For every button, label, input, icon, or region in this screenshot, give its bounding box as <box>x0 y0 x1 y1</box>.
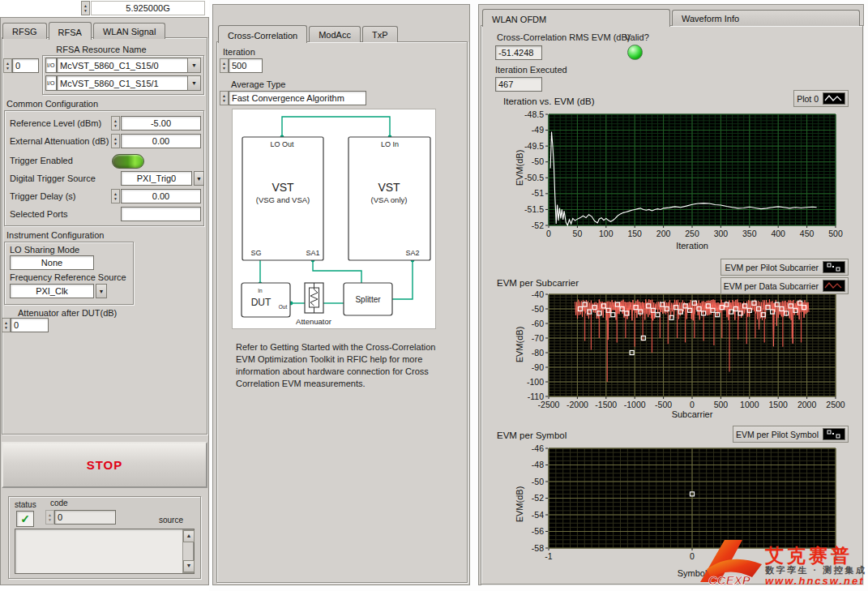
svg-text:0: 0 <box>546 229 551 238</box>
legend-plot0[interactable]: Plot 0 <box>793 90 849 107</box>
svg-text:-49.5: -49.5 <box>524 141 544 151</box>
svg-text:-48: -48 <box>532 460 544 469</box>
valid-label: Valid? <box>625 32 649 42</box>
dut-in-label: In <box>258 288 263 293</box>
status-label: status <box>15 500 36 509</box>
graph2-xlabel: Subcarrier <box>549 409 836 419</box>
lo-sharing-mode-field[interactable]: None <box>10 255 94 270</box>
resource-combo-0-dropdown[interactable]: ▼ <box>187 58 201 73</box>
tab-wlan-signal[interactable]: WLAN Signal <box>93 23 165 39</box>
iteration-field[interactable]: 500 <box>229 58 263 73</box>
results-panel: WLAN OFDMWaveform Info Cross-Correlation… <box>478 4 864 585</box>
svg-text:-50: -50 <box>532 477 544 486</box>
frequency-spinner[interactable]: ▲▼ <box>81 1 90 15</box>
tab-wlan-ofdm[interactable]: WLAN OFDM <box>482 9 670 27</box>
tab-waveform-info[interactable]: Waveform Info <box>672 10 860 26</box>
stop-button[interactable]: STOP <box>2 442 207 488</box>
ccexp-logo-mark: CCEXP <box>695 537 763 587</box>
legend-pilot-subcarrier[interactable]: EVM per Pilot Subcarrier <box>720 259 849 276</box>
resource-index-spinner[interactable]: ▲▼ <box>3 58 12 73</box>
svg-text:-1500: -1500 <box>595 400 617 409</box>
code-spinner[interactable]: ▲▼ <box>45 510 54 525</box>
svg-text:500: 500 <box>828 229 843 238</box>
digital-trigger-source-field[interactable]: PXI_Trig0 <box>121 171 192 186</box>
trigger-enabled-toggle[interactable] <box>112 154 144 169</box>
svg-text:-110: -110 <box>528 392 544 401</box>
svg-text:2500: 2500 <box>826 400 845 409</box>
svg-text:250: 250 <box>685 229 699 238</box>
svg-text:-51: -51 <box>532 188 544 198</box>
io-icon: I/O <box>45 75 57 91</box>
tab-modacc[interactable]: ModAcc <box>309 26 361 42</box>
valid-led <box>627 45 643 60</box>
help-note: Refer to Getting Started with the Cross-… <box>236 341 448 389</box>
tab-cross-correlation[interactable]: Cross-Correlation <box>218 25 307 43</box>
svg-text:-50.5: -50.5 <box>524 173 544 182</box>
vst2-subtitle: (VSA only) <box>371 195 408 204</box>
tab-txp[interactable]: TxP <box>362 26 398 42</box>
selected-ports-label: Selected Ports <box>10 209 68 219</box>
line-plot-icon <box>823 92 845 105</box>
source-scrollbar[interactable]: ▲ ▼ <box>182 529 194 573</box>
resource-index-field[interactable]: 0 <box>12 58 39 73</box>
selected-ports-field[interactable] <box>121 207 201 221</box>
frequency-field[interactable]: 5.925000G <box>91 1 205 15</box>
svg-text:-2000: -2000 <box>567 400 588 409</box>
trigger-delay-spinner[interactable]: ▲▼ <box>111 189 120 203</box>
attenuator-after-dut-field[interactable]: 0 <box>11 318 49 332</box>
svg-text:1500: 1500 <box>769 400 789 409</box>
legend-data-subcarrier[interactable]: EVM per Data Subcarrier <box>720 277 849 294</box>
svg-text:100: 100 <box>599 229 614 238</box>
scroll-up-icon[interactable]: ▲ <box>183 530 195 542</box>
evm-field: -51.4248 <box>495 45 542 60</box>
external-attenuation-field[interactable]: 0.00 <box>121 134 201 148</box>
frequency-reference-source-field[interactable]: PXI_Clk <box>10 284 94 298</box>
svg-text:-54: -54 <box>532 510 544 520</box>
graph1-ylabel: EVM(dB) <box>515 143 524 192</box>
attenuator-after-dut-label: Attenuator after DUT(dB) <box>18 308 117 318</box>
svg-text:300: 300 <box>714 229 729 238</box>
svg-text:50: 50 <box>573 229 583 238</box>
frequency-reference-source-dropdown[interactable]: ▼ <box>96 284 107 298</box>
svg-text:-2500: -2500 <box>538 400 560 409</box>
svg-text:2000: 2000 <box>797 400 817 409</box>
external-attenuation-spinner[interactable]: ▲▼ <box>111 134 120 148</box>
io-icon: I/O <box>45 58 57 73</box>
svg-text:200: 200 <box>656 229 671 238</box>
tab-rfsa[interactable]: RFSA <box>49 22 92 40</box>
graph-evm-per-subcarrier: EVM per Subcarrier EVM per Pilot Subcarr… <box>485 259 852 422</box>
digital-trigger-source-dropdown[interactable]: ▼ <box>194 171 204 186</box>
svg-text:-52: -52 <box>532 493 544 503</box>
iteration-spinner[interactable]: ▲▼ <box>220 58 229 73</box>
ccexp-acronym: CCEXP <box>708 573 751 587</box>
svg-text:-1000: -1000 <box>624 400 646 409</box>
trigger-delay-field[interactable]: 0.00 <box>121 189 201 203</box>
svg-text:-58: -58 <box>532 543 544 553</box>
tab-rfsg[interactable]: RFSG <box>2 23 47 39</box>
resource-combo-1[interactable]: McVST_5860_C1_S15/1 <box>57 75 188 91</box>
resource-combo-1-dropdown[interactable]: ▼ <box>187 75 201 91</box>
instrument-config-title: Instrument Configuration <box>6 230 104 240</box>
dut-out-label: Out <box>279 304 288 310</box>
vst1-subtitle: (VSG and VSA) <box>256 195 310 204</box>
iteration-executed-label: Iteration Executed <box>495 65 567 75</box>
frequency-reference-source-label: Frequency Reference Source <box>10 272 126 282</box>
scroll-down-icon[interactable]: ▼ <box>183 560 195 572</box>
reference-level-field[interactable]: -5.00 <box>121 116 201 131</box>
svg-text:-60: -60 <box>532 319 544 328</box>
code-field[interactable]: 0 <box>54 510 116 525</box>
hardware-connection-diagram: LO Out LO In VST (VSG and VSA) VST (VSA … <box>232 109 436 329</box>
legend-pilot-symbol[interactable]: EVM per Pilot Symbol <box>733 426 849 443</box>
logo-name-cn: 艾克赛普 <box>765 546 866 566</box>
iteration-label: Iteration <box>223 47 255 57</box>
source-textarea[interactable] <box>15 529 195 574</box>
average-type-spinner[interactable]: ▲▼ <box>220 91 229 105</box>
sa2-label: SA2 <box>405 249 419 257</box>
resource-combo-0[interactable]: McVST_5860_C1_S15/0 <box>57 58 188 73</box>
line-plot-icon <box>823 280 845 292</box>
attenuator-after-dut-spinner[interactable]: ▲▼ <box>2 318 11 332</box>
reference-level-spinner[interactable]: ▲▼ <box>111 116 120 131</box>
average-type-field[interactable]: Fast Convergence Algorithm <box>229 91 366 105</box>
svg-text:-80: -80 <box>532 348 544 358</box>
rfsa-panel: ▲▼ 5.925000G RFSGRFSAWLAN Signal RFSA Re… <box>0 0 209 591</box>
